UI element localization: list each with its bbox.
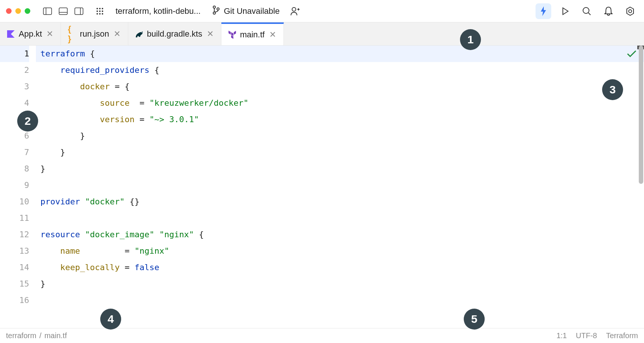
svg-point-24 <box>629 10 632 13</box>
settings-button[interactable] <box>622 3 638 19</box>
breadcrumb-separator: / <box>39 331 42 340</box>
minimize-window-button[interactable] <box>15 8 21 14</box>
code-line[interactable]: keep_locally = false <box>36 259 644 276</box>
code-line[interactable]: docker = { <box>36 78 644 95</box>
code-line[interactable]: required_providers { <box>36 62 644 78</box>
tab-build-gradle[interactable]: build.gradle.kts ✕ <box>128 22 221 45</box>
toggle-bottom-panel-button[interactable] <box>56 6 70 17</box>
close-tab-button[interactable]: ✕ <box>113 28 121 40</box>
svg-point-10 <box>99 10 101 12</box>
svg-point-21 <box>583 7 589 13</box>
svg-point-17 <box>217 8 219 10</box>
layout-toggles <box>41 6 86 17</box>
line-number[interactable]: 11 <box>0 210 29 226</box>
statusbar-right: 1:1 UTF-8 Terraform <box>556 331 638 340</box>
line-number[interactable]: 12 <box>0 226 29 243</box>
close-tab-button[interactable]: ✕ <box>269 29 277 40</box>
svg-point-15 <box>213 6 215 8</box>
code-line[interactable]: provider "docker" {} <box>36 194 644 210</box>
inspection-ok-icon[interactable] <box>627 50 637 59</box>
file-language[interactable]: Terraform <box>606 331 638 340</box>
tab-main-tf[interactable]: main.tf ✕ <box>221 22 284 45</box>
toggle-right-panel-button[interactable] <box>72 6 86 17</box>
ai-assist-button[interactable] <box>536 3 551 19</box>
code-line[interactable]: } <box>36 128 644 144</box>
svg-rect-2 <box>59 8 67 15</box>
code-line[interactable]: resource "docker_image" "nginx" { <box>36 226 644 243</box>
window-controls <box>6 8 30 14</box>
line-number[interactable]: 15 <box>0 276 29 292</box>
terraform-file-icon <box>228 31 236 39</box>
line-number[interactable]: 10 <box>0 194 29 210</box>
search-button[interactable] <box>579 3 595 19</box>
git-status[interactable]: Git Unavailable <box>212 6 279 17</box>
svg-rect-4 <box>75 8 83 15</box>
vertical-scrollbar[interactable] <box>639 46 643 184</box>
toggle-left-panel-button[interactable] <box>41 6 54 17</box>
close-window-button[interactable] <box>6 8 12 14</box>
notifications-button[interactable] <box>601 3 616 19</box>
code-line[interactable]: name = "nginx" <box>36 243 644 259</box>
titlebar-actions <box>536 3 638 19</box>
cursor-position[interactable]: 1:1 <box>556 331 567 340</box>
json-file-icon: { } <box>68 30 76 38</box>
tab-label: main.tf <box>240 30 265 40</box>
svg-point-6 <box>96 8 98 9</box>
line-number[interactable]: 7 <box>0 144 29 161</box>
code-line[interactable]: } <box>36 144 644 161</box>
code-line[interactable]: terraform { <box>36 46 644 62</box>
line-number[interactable]: 6 <box>0 128 29 144</box>
svg-point-12 <box>96 13 98 15</box>
file-encoding[interactable]: UTF-8 <box>576 331 597 340</box>
svg-point-9 <box>96 10 98 12</box>
line-number[interactable]: 2 <box>0 62 29 78</box>
tab-label: run.json <box>80 29 109 39</box>
svg-marker-23 <box>627 7 634 15</box>
code-line[interactable]: version = "~> 3.0.1" <box>36 111 644 128</box>
git-status-text: Git Unavailable <box>224 6 279 16</box>
tab-run-json[interactable]: { } run.json ✕ <box>61 22 128 45</box>
svg-point-18 <box>292 7 296 11</box>
branch-icon <box>212 6 220 17</box>
breadcrumb[interactable]: terraform / main.tf <box>6 331 67 340</box>
code-editor[interactable]: terraform { required_providers { docker … <box>36 46 644 328</box>
close-tab-button[interactable]: ✕ <box>46 28 54 40</box>
line-number[interactable]: 4 <box>0 95 29 111</box>
line-number[interactable]: 3 <box>0 78 29 95</box>
code-line[interactable]: } <box>36 276 644 292</box>
apps-menu-button[interactable] <box>93 6 107 17</box>
maximize-window-button[interactable] <box>25 8 30 14</box>
svg-point-7 <box>99 8 101 9</box>
code-line[interactable] <box>36 177 644 194</box>
gradle-file-icon <box>135 30 143 38</box>
code-line[interactable] <box>36 210 644 226</box>
editor-tabs: App.kt ✕ { } run.json ✕ build.gradle.kts… <box>0 22 644 46</box>
kotlin-file-icon <box>7 30 15 38</box>
project-title[interactable]: terraform, kotlin-debu... <box>116 6 200 16</box>
breadcrumb-segment[interactable]: main.tf <box>45 331 67 340</box>
line-number[interactable]: 8 <box>0 161 29 177</box>
tab-app-kt[interactable]: App.kt ✕ <box>0 22 61 45</box>
line-number[interactable]: 16 <box>0 292 29 309</box>
code-line[interactable] <box>36 292 644 309</box>
line-number-gutter[interactable]: 1 2 3 4 5 6 7 8 9 10 11 12 13 14 15 16 <box>0 46 36 328</box>
tab-label: build.gradle.kts <box>147 29 202 39</box>
line-number[interactable]: 5 <box>0 111 29 128</box>
svg-point-14 <box>102 13 103 15</box>
line-number[interactable]: 1 <box>0 46 29 62</box>
breadcrumb-segment[interactable]: terraform <box>6 331 36 340</box>
editor-container: 1 2 3 4 5 6 7 8 9 10 11 12 13 14 15 16 t… <box>0 46 644 328</box>
code-line[interactable]: source = "kreuzwerker/docker" <box>36 95 644 111</box>
svg-point-8 <box>102 8 103 9</box>
line-number[interactable]: 14 <box>0 259 29 276</box>
code-line[interactable]: } <box>36 161 644 177</box>
svg-rect-0 <box>43 8 52 15</box>
add-collaborator-button[interactable] <box>290 7 300 16</box>
line-number[interactable]: 9 <box>0 177 29 194</box>
statusbar: terraform / main.tf 1:1 UTF-8 Terraform <box>0 328 644 343</box>
run-button[interactable] <box>557 3 573 19</box>
close-tab-button[interactable]: ✕ <box>206 28 214 40</box>
svg-point-13 <box>99 13 101 15</box>
titlebar: terraform, kotlin-debu... Git Unavailabl… <box>0 0 644 22</box>
line-number[interactable]: 13 <box>0 243 29 259</box>
